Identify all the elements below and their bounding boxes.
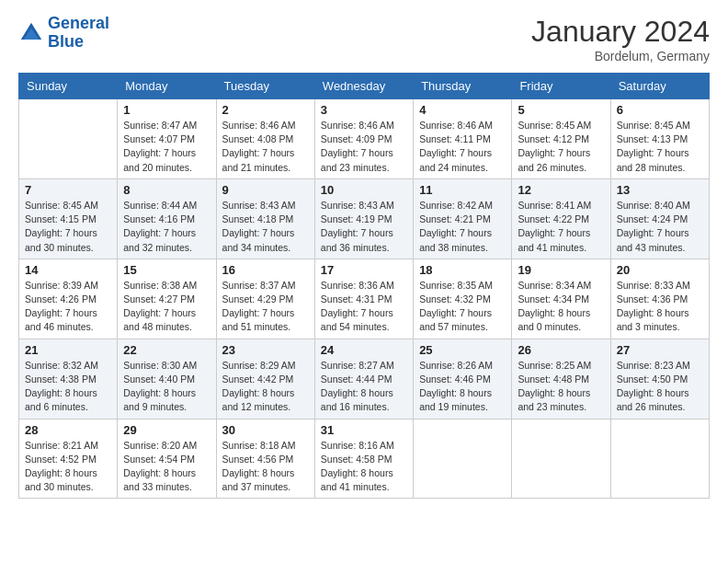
calendar-cell: 26Sunrise: 8:25 AMSunset: 4:48 PMDayligh… <box>512 339 610 419</box>
day-number: 9 <box>222 183 309 197</box>
calendar-cell: 19Sunrise: 8:34 AMSunset: 4:34 PMDayligh… <box>512 259 610 339</box>
calendar-cell: 13Sunrise: 8:40 AMSunset: 4:24 PMDayligh… <box>610 178 709 259</box>
day-number: 31 <box>321 423 407 437</box>
day-number: 29 <box>123 423 210 437</box>
day-number: 6 <box>617 103 703 117</box>
header-friday: Friday <box>512 74 610 99</box>
day-info: Sunrise: 8:46 AMSunset: 4:11 PMDaylight:… <box>419 119 506 175</box>
day-number: 5 <box>518 103 604 117</box>
day-info: Sunrise: 8:38 AMSunset: 4:27 PMDaylight:… <box>123 279 210 335</box>
header-sunday: Sunday <box>19 74 118 99</box>
calendar-cell: 9Sunrise: 8:43 AMSunset: 4:18 PMDaylight… <box>216 178 314 259</box>
day-number: 24 <box>321 343 407 357</box>
header-tuesday: Tuesday <box>216 74 314 99</box>
day-number: 20 <box>617 263 703 277</box>
calendar-cell <box>414 419 512 499</box>
day-number: 25 <box>419 343 506 357</box>
calendar-cell: 12Sunrise: 8:41 AMSunset: 4:22 PMDayligh… <box>512 178 610 259</box>
day-info: Sunrise: 8:26 AMSunset: 4:46 PMDaylight:… <box>419 359 506 415</box>
logo-general: General <box>48 14 109 32</box>
calendar-week-1: 1Sunrise: 8:47 AMSunset: 4:07 PMDaylight… <box>19 99 710 179</box>
calendar-cell: 23Sunrise: 8:29 AMSunset: 4:42 PMDayligh… <box>216 339 314 419</box>
day-info: Sunrise: 8:46 AMSunset: 4:09 PMDaylight:… <box>321 119 407 175</box>
logo: General Blue <box>18 15 109 52</box>
day-info: Sunrise: 8:46 AMSunset: 4:08 PMDaylight:… <box>222 119 309 175</box>
day-number: 11 <box>419 183 506 197</box>
calendar-cell: 17Sunrise: 8:36 AMSunset: 4:31 PMDayligh… <box>314 259 413 339</box>
day-number: 10 <box>321 183 407 197</box>
day-info: Sunrise: 8:27 AMSunset: 4:44 PMDaylight:… <box>321 359 407 415</box>
day-number: 17 <box>321 263 407 277</box>
calendar-cell: 24Sunrise: 8:27 AMSunset: 4:44 PMDayligh… <box>314 339 413 419</box>
calendar-cell: 1Sunrise: 8:47 AMSunset: 4:07 PMDaylight… <box>118 99 216 179</box>
calendar-cell: 25Sunrise: 8:26 AMSunset: 4:46 PMDayligh… <box>414 339 512 419</box>
calendar-cell: 18Sunrise: 8:35 AMSunset: 4:32 PMDayligh… <box>414 259 512 339</box>
logo-icon <box>18 20 44 46</box>
day-info: Sunrise: 8:43 AMSunset: 4:18 PMDaylight:… <box>222 199 309 255</box>
day-number: 28 <box>25 423 111 437</box>
calendar-cell: 31Sunrise: 8:16 AMSunset: 4:58 PMDayligh… <box>314 419 413 499</box>
day-info: Sunrise: 8:33 AMSunset: 4:36 PMDaylight:… <box>617 279 703 335</box>
day-number: 22 <box>123 343 210 357</box>
calendar-cell: 7Sunrise: 8:45 AMSunset: 4:15 PMDaylight… <box>19 178 118 259</box>
calendar-cell: 30Sunrise: 8:18 AMSunset: 4:56 PMDayligh… <box>216 419 314 499</box>
calendar-cell: 21Sunrise: 8:32 AMSunset: 4:38 PMDayligh… <box>19 339 118 419</box>
calendar-cell: 15Sunrise: 8:38 AMSunset: 4:27 PMDayligh… <box>118 259 216 339</box>
header-thursday: Thursday <box>414 74 512 99</box>
calendar-cell: 14Sunrise: 8:39 AMSunset: 4:26 PMDayligh… <box>19 259 118 339</box>
day-number: 4 <box>419 103 506 117</box>
calendar-cell: 22Sunrise: 8:30 AMSunset: 4:40 PMDayligh… <box>118 339 216 419</box>
day-info: Sunrise: 8:32 AMSunset: 4:38 PMDaylight:… <box>25 359 111 415</box>
day-info: Sunrise: 8:43 AMSunset: 4:19 PMDaylight:… <box>321 199 407 255</box>
day-info: Sunrise: 8:40 AMSunset: 4:24 PMDaylight:… <box>617 199 703 255</box>
calendar-week-5: 28Sunrise: 8:21 AMSunset: 4:52 PMDayligh… <box>19 419 710 499</box>
day-info: Sunrise: 8:45 AMSunset: 4:15 PMDaylight:… <box>25 199 111 255</box>
day-info: Sunrise: 8:34 AMSunset: 4:34 PMDaylight:… <box>518 279 604 335</box>
day-info: Sunrise: 8:35 AMSunset: 4:32 PMDaylight:… <box>419 279 506 335</box>
day-info: Sunrise: 8:44 AMSunset: 4:16 PMDaylight:… <box>123 199 210 255</box>
calendar-table: SundayMondayTuesdayWednesdayThursdayFrid… <box>18 73 710 499</box>
day-info: Sunrise: 8:37 AMSunset: 4:29 PMDaylight:… <box>222 279 309 335</box>
calendar-header-row: SundayMondayTuesdayWednesdayThursdayFrid… <box>19 74 710 99</box>
day-number: 30 <box>222 423 309 437</box>
day-number: 27 <box>617 343 703 357</box>
day-info: Sunrise: 8:29 AMSunset: 4:42 PMDaylight:… <box>222 359 309 415</box>
calendar-cell: 6Sunrise: 8:45 AMSunset: 4:13 PMDaylight… <box>610 99 709 179</box>
day-info: Sunrise: 8:16 AMSunset: 4:58 PMDaylight:… <box>321 439 407 495</box>
header-wednesday: Wednesday <box>314 74 413 99</box>
title-block: January 2024 Bordelum, Germany <box>531 15 710 63</box>
logo-blue: Blue <box>48 33 109 52</box>
day-info: Sunrise: 8:25 AMSunset: 4:48 PMDaylight:… <box>518 359 604 415</box>
day-number: 8 <box>123 183 210 197</box>
day-number: 26 <box>518 343 604 357</box>
calendar-cell: 2Sunrise: 8:46 AMSunset: 4:08 PMDaylight… <box>216 99 314 179</box>
day-number: 7 <box>25 183 111 197</box>
calendar-cell: 5Sunrise: 8:45 AMSunset: 4:12 PMDaylight… <box>512 99 610 179</box>
day-number: 15 <box>123 263 210 277</box>
calendar-cell <box>19 99 118 179</box>
header-monday: Monday <box>118 74 216 99</box>
page-header: General Blue January 2024 Bordelum, Germ… <box>18 15 710 63</box>
day-number: 21 <box>25 343 111 357</box>
day-number: 13 <box>617 183 703 197</box>
day-number: 18 <box>419 263 506 277</box>
day-number: 23 <box>222 343 309 357</box>
calendar-week-3: 14Sunrise: 8:39 AMSunset: 4:26 PMDayligh… <box>19 259 710 339</box>
day-number: 3 <box>321 103 407 117</box>
day-number: 16 <box>222 263 309 277</box>
day-info: Sunrise: 8:42 AMSunset: 4:21 PMDaylight:… <box>419 199 506 255</box>
day-info: Sunrise: 8:41 AMSunset: 4:22 PMDaylight:… <box>518 199 604 255</box>
calendar-cell: 27Sunrise: 8:23 AMSunset: 4:50 PMDayligh… <box>610 339 709 419</box>
day-number: 14 <box>25 263 111 277</box>
day-number: 12 <box>518 183 604 197</box>
month-year-title: January 2024 <box>531 15 710 49</box>
day-info: Sunrise: 8:47 AMSunset: 4:07 PMDaylight:… <box>123 119 210 175</box>
calendar-week-2: 7Sunrise: 8:45 AMSunset: 4:15 PMDaylight… <box>19 178 710 259</box>
day-info: Sunrise: 8:45 AMSunset: 4:13 PMDaylight:… <box>617 119 703 175</box>
day-info: Sunrise: 8:45 AMSunset: 4:12 PMDaylight:… <box>518 119 604 175</box>
location-subtitle: Bordelum, Germany <box>531 49 710 63</box>
day-info: Sunrise: 8:39 AMSunset: 4:26 PMDaylight:… <box>25 279 111 335</box>
calendar-cell: 4Sunrise: 8:46 AMSunset: 4:11 PMDaylight… <box>414 99 512 179</box>
header-saturday: Saturday <box>610 74 709 99</box>
calendar-cell: 29Sunrise: 8:20 AMSunset: 4:54 PMDayligh… <box>118 419 216 499</box>
